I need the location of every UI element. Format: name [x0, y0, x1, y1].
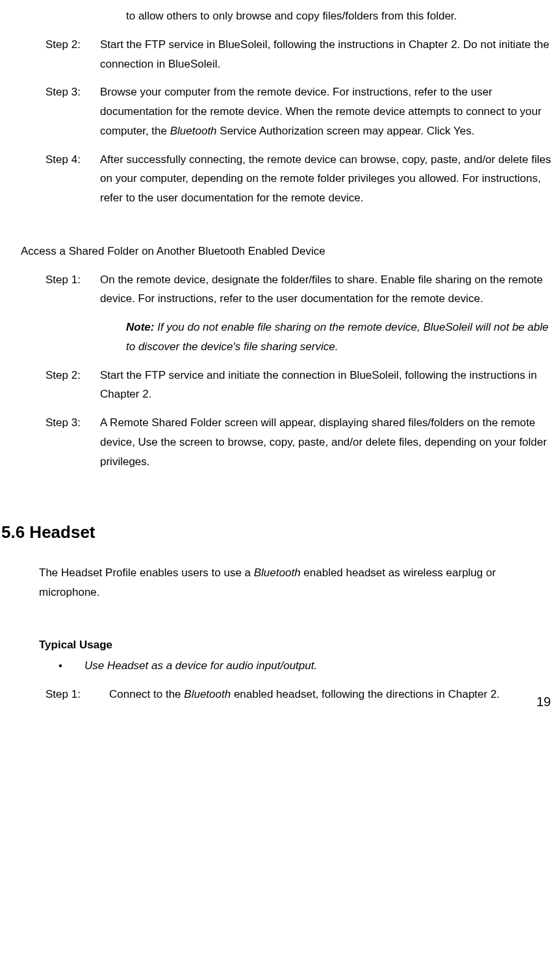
bluetooth-word: Bluetooth: [254, 567, 301, 579]
bullet-row: • Use Headset as a device for audio inpu…: [19, 656, 554, 676]
bullet-text: Use Headset as a device for audio input/…: [84, 656, 554, 676]
step-continuation-text: to allow others to only browse and copy …: [126, 6, 554, 26]
step-4-label: Step 4:: [19, 150, 91, 208]
step-3-body: Browse your computer from the remote dev…: [91, 83, 554, 140]
bluetooth-word: Bluetooth: [170, 125, 217, 137]
access-step-1-body: On the remote device, designate the fold…: [91, 270, 554, 309]
access-step-3-body: A Remote Shared Folder screen will appea…: [91, 413, 554, 471]
step-3-body-suffix: Service Authorization screen may appear.…: [217, 125, 475, 137]
step-2-body: Start the FTP service in BlueSoleil, fol…: [91, 35, 554, 74]
step-2-label: Step 2:: [19, 35, 91, 74]
headset-intro: The Headset Profile enables users to use…: [19, 563, 554, 602]
bluetooth-word: Bluetooth: [184, 688, 231, 700]
step-3-row: Step 3: Browse your computer from the re…: [19, 83, 554, 140]
note-block: Note: If you do not enable file sharing …: [126, 318, 554, 357]
headset-step-1-label: Step 1:: [19, 685, 96, 704]
access-step-2-body: Start the FTP service and initiate the c…: [91, 366, 554, 405]
headset-step-1-suffix: enabled headset, following the direction…: [231, 688, 500, 700]
access-step-2-row: Step 2: Start the FTP service and initia…: [19, 366, 554, 405]
headset-heading: 5.6 Headset: [1, 518, 554, 548]
step-4-row: Step 4: After successfully connecting, t…: [19, 150, 554, 208]
step-3-label: Step 3:: [19, 83, 91, 140]
typical-usage-title: Typical Usage: [19, 635, 554, 655]
access-step-1-row: Step 1: On the remote device, designate …: [19, 270, 554, 309]
step-2-row: Step 2: Start the FTP service in BlueSol…: [19, 35, 554, 74]
access-step-2-label: Step 2:: [19, 366, 91, 405]
access-step-1-label: Step 1:: [19, 270, 91, 309]
access-step-3-row: Step 3: A Remote Shared Folder screen wi…: [19, 413, 554, 471]
headset-step-1-row: Step 1: Connect to the Bluetooth enabled…: [19, 685, 554, 704]
note-label: Note:: [126, 321, 154, 333]
page-number: 19: [537, 691, 551, 713]
note-body: If you do not enable file sharing on the…: [126, 321, 548, 353]
headset-step-1-prefix: Connect to the: [109, 688, 184, 700]
step-4-body: After successfully connecting, the remot…: [91, 150, 554, 208]
headset-step-1-body: Connect to the Bluetooth enabled headset…: [96, 685, 554, 704]
access-section-title: Access a Shared Folder on Another Blueto…: [19, 242, 554, 261]
access-step-3-label: Step 3:: [19, 413, 91, 471]
bullet-dot-icon: •: [58, 656, 84, 676]
headset-intro-prefix: The Headset Profile enables users to use…: [39, 567, 254, 579]
